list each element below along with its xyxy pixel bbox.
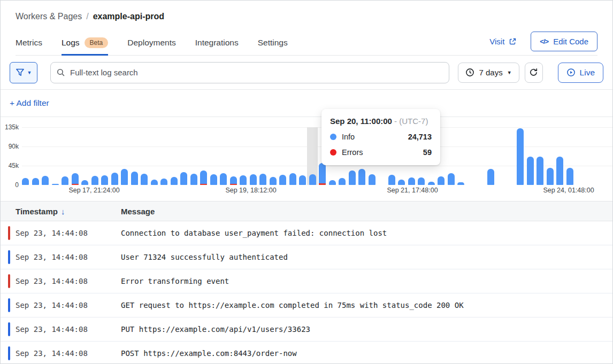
chart-bar[interactable] — [279, 175, 286, 185]
breadcrumb-section[interactable]: Workers & Pages — [16, 12, 82, 21]
chart-bar[interactable] — [349, 171, 356, 185]
chart-bar[interactable] — [230, 176, 237, 185]
chart-bar[interactable] — [151, 180, 158, 185]
chart-bar[interactable] — [171, 177, 178, 185]
chart-bar[interactable] — [32, 178, 39, 185]
tab-settings[interactable]: Settings — [258, 30, 288, 56]
log-message: PUT https://example.com/api/v1/users/336… — [121, 325, 612, 334]
chart-bar[interactable] — [408, 177, 415, 185]
edit-code-label: Edit Code — [553, 37, 588, 46]
log-table: Timestamp↓ Message Sep 23, 14:44:08 Conn… — [1, 201, 612, 364]
chart-bar[interactable] — [369, 174, 376, 185]
chart-bar[interactable] — [418, 177, 425, 185]
tab-logs[interactable]: Logs Beta — [62, 30, 108, 56]
log-message: User 71324 successfully authenticated — [121, 253, 612, 261]
severity-indicator — [8, 298, 10, 312]
chart-bar[interactable] — [329, 180, 336, 185]
chart-bar[interactable] — [180, 172, 187, 185]
chart-bar[interactable] — [398, 180, 405, 185]
edit-code-button[interactable]: </> Edit Code — [531, 32, 597, 51]
workers-logs-page: Workers & Pages / example-api-prod Metri… — [0, 0, 613, 364]
chart-bar[interactable] — [299, 175, 306, 185]
chart-bar[interactable] — [81, 180, 88, 185]
table-body: Sep 23, 14:44:08 Connection to database … — [1, 221, 612, 364]
refresh-icon — [529, 68, 538, 77]
chart-bar[interactable] — [62, 176, 68, 185]
chart-bar[interactable] — [270, 177, 277, 185]
tab-integrations[interactable]: Integrations — [195, 30, 239, 56]
chart-bar-error-segment — [230, 184, 237, 185]
chart-bar[interactable] — [517, 128, 524, 185]
chart-bar[interactable] — [487, 169, 494, 185]
chart-bar[interactable] — [388, 175, 395, 185]
chart-bar[interactable] — [259, 174, 266, 185]
tab-list: Metrics Logs Beta Deployments Integratio… — [16, 30, 307, 56]
chart-bar[interactable] — [22, 178, 29, 185]
chart-bar[interactable] — [438, 176, 445, 185]
chart-bar[interactable] — [547, 168, 554, 185]
chart-bar[interactable] — [309, 174, 316, 185]
tab-deployments[interactable]: Deployments — [127, 30, 175, 56]
chart-bar[interactable] — [141, 174, 148, 185]
search-input[interactable] — [50, 62, 449, 83]
chart-bar[interactable] — [448, 173, 455, 185]
add-filter-button[interactable]: + Add filter — [10, 98, 49, 108]
chart-bar[interactable] — [101, 175, 108, 185]
x-tick-label: Sep 21, 17:48:00 — [387, 187, 438, 194]
chart-bar[interactable] — [319, 163, 326, 185]
log-timestamp: Sep 23, 14:44:08 — [1, 301, 121, 309]
log-row[interactable]: Sep 23, 14:44:08 PUT https://example.com… — [1, 317, 612, 342]
severity-indicator — [8, 322, 10, 336]
chart-bar[interactable] — [428, 182, 435, 185]
chart-bar[interactable] — [72, 173, 79, 185]
chart-bar[interactable] — [52, 184, 59, 185]
time-range-button[interactable]: 7 days ▼ — [458, 63, 519, 83]
chart-bar[interactable] — [240, 175, 247, 185]
chart-bar[interactable] — [339, 178, 346, 185]
log-row[interactable]: Sep 23, 14:44:08 GET request to https://… — [1, 293, 612, 317]
log-message: Error transforming event — [121, 277, 612, 285]
chart-bar[interactable] — [527, 157, 534, 185]
live-button[interactable]: Live — [558, 63, 603, 83]
log-message: POST https://example.com:8443/order-now — [121, 349, 612, 358]
x-tick-label: Sep 24, 01:48:00 — [543, 187, 594, 194]
chart-bar[interactable] — [289, 173, 296, 185]
sort-desc-icon[interactable]: ↓ — [61, 207, 65, 216]
chart-bar[interactable] — [250, 174, 257, 185]
chart-bar[interactable] — [121, 169, 128, 185]
visit-link[interactable]: Visit — [489, 37, 517, 46]
chart-bar[interactable] — [210, 174, 217, 185]
column-message: Message — [121, 207, 612, 216]
column-timestamp[interactable]: Timestamp↓ — [1, 207, 121, 216]
chart-bar[interactable] — [457, 182, 464, 185]
x-tick-label: Sep 19, 18:12:00 — [225, 187, 276, 194]
chart-bar[interactable] — [220, 173, 227, 185]
chart-bar[interactable] — [111, 173, 118, 185]
tab-bar-actions: Visit </> Edit Code — [489, 32, 597, 53]
log-row[interactable]: Sep 23, 14:44:08 User 71324 successfully… — [1, 245, 612, 269]
refresh-button[interactable] — [525, 63, 543, 83]
chart-bar[interactable] — [358, 169, 365, 185]
filter-dropdown-button[interactable]: ▼ — [10, 62, 37, 83]
chart-bar[interactable] — [537, 157, 543, 185]
y-tick-label: 45k — [1, 162, 19, 169]
tab-label: Integrations — [195, 38, 239, 48]
chart-bar[interactable] — [91, 176, 98, 185]
chart-bar[interactable] — [131, 172, 138, 185]
chart-bar[interactable] — [160, 179, 167, 185]
tab-label: Logs — [62, 38, 80, 48]
log-row[interactable]: Sep 23, 14:44:08 POST https://example.co… — [1, 342, 612, 364]
tooltip-row: Info 24,713 — [330, 133, 432, 141]
log-timestamp: Sep 23, 14:44:08 — [1, 277, 121, 285]
chart-bar[interactable] — [190, 174, 197, 185]
chart-bar[interactable] — [556, 157, 563, 185]
log-row[interactable]: Sep 23, 14:44:08 Connection to database … — [1, 221, 612, 245]
chart-bar[interactable] — [200, 171, 207, 185]
chart-bar[interactable] — [42, 176, 49, 185]
chart-bar[interactable] — [566, 168, 573, 185]
chart-plot-area — [22, 127, 612, 185]
log-row[interactable]: Sep 23, 14:44:08 Error transforming even… — [1, 269, 612, 293]
tab-metrics[interactable]: Metrics — [16, 30, 42, 56]
chart-bar-error-segment — [319, 183, 326, 185]
breadcrumb-separator: / — [86, 12, 88, 21]
